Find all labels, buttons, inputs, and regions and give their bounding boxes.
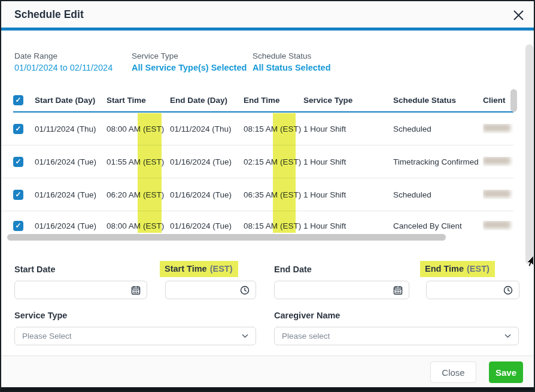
table-row: 01/16/2024 (Tue) 06:20 AM(EST) 01/16/202… (1, 178, 513, 211)
select-all-checkbox[interactable] (13, 95, 23, 105)
modal-header: Schedule Edit (1, 1, 534, 28)
row-checkbox[interactable] (13, 157, 23, 167)
filter-schedule-status: Schedule Status All Status Selected (253, 51, 331, 72)
calendar-icon (393, 285, 403, 295)
cell-client-redacted (483, 221, 513, 230)
column-header-client: Client (483, 96, 513, 105)
filter-service-type: Service Type All Service Type(s) Selecte… (132, 51, 247, 72)
cell-start-date: 01/16/2024 (Tue) (35, 157, 107, 166)
filter-schedule-status-value[interactable]: All Status Selected (253, 63, 331, 72)
header-accent-line (1, 28, 534, 31)
cell-end-date: 01/16/2024 (Tue) (170, 221, 244, 230)
row-checkbox[interactable] (13, 190, 23, 200)
clock-icon (240, 285, 250, 295)
filter-date-range-value[interactable]: 01/01/2024 to 02/11/2024 (14, 63, 113, 72)
cell-start-time: 08:00 AM(EST) (107, 124, 170, 133)
modal-bottom-bar (1, 387, 534, 391)
start-date-input-wrap (14, 281, 147, 299)
page-title: Schedule Edit (14, 8, 84, 21)
column-header-end-time: End Time (244, 96, 303, 105)
service-type-select[interactable]: Please Select (14, 327, 256, 345)
cell-end-time: 02:15 AM(EST) (244, 157, 303, 166)
table-vertical-scrollbar[interactable] (510, 89, 517, 112)
row-checkbox[interactable] (13, 221, 23, 231)
column-header-start-date: Start Date (Day) (35, 96, 107, 105)
start-date-input[interactable] (15, 281, 131, 299)
cell-start-time: 01:55 AM(EST) (107, 157, 170, 166)
chevron-down-icon (504, 334, 511, 338)
cell-schedule-status: Scheduled (393, 190, 483, 199)
cell-start-time: 06:20 AM(EST) (107, 190, 170, 199)
cell-start-date: 01/16/2024 (Tue) (35, 221, 107, 230)
end-date-input[interactable] (275, 281, 393, 299)
cell-service-type: 1 Hour Shift (303, 221, 393, 230)
modal-vertical-scrollbar[interactable] (525, 44, 533, 265)
cell-end-date: 01/11/2024 (Thu) (170, 124, 244, 133)
cell-end-time: 06:35 AM(EST) (244, 190, 303, 199)
cell-client-redacted (483, 190, 513, 199)
start-time-input-wrap (165, 281, 256, 299)
service-type-label: Service Type (14, 311, 67, 320)
save-button[interactable]: Save (489, 361, 523, 383)
cell-end-date: 01/16/2024 (Tue) (170, 157, 244, 166)
cell-schedule-status: Scheduled (393, 124, 483, 133)
schedule-table: 01/11/2024 (Thu) 08:00 AM(EST) 01/11/202… (1, 113, 513, 240)
close-button[interactable]: Close (430, 361, 476, 383)
column-header-start-time: Start Time (107, 96, 170, 105)
calendar-icon (131, 285, 141, 295)
cell-start-date: 01/16/2024 (Tue) (35, 190, 107, 199)
end-time-input-wrap (426, 281, 519, 299)
modal-footer: Close Save (1, 355, 534, 390)
cell-service-type: 1 Hour Shift (303, 190, 393, 199)
filter-date-range-label: Date Range (14, 51, 113, 60)
end-time-est-suffix: (EST) (467, 264, 490, 274)
cell-end-time: 08:15 AM(EST) (244, 221, 303, 230)
cell-service-type: 1 Hour Shift (303, 124, 393, 133)
redacted-client-name (483, 221, 510, 229)
redacted-client-name (483, 124, 510, 132)
start-date-label: Start Date (14, 265, 56, 274)
clock-icon (503, 285, 513, 295)
redacted-client-name (483, 190, 510, 197)
cell-start-time: 08:00 AM(EST) (107, 221, 170, 230)
cell-schedule-status: Canceled By Client (393, 221, 483, 230)
schedule-edit-modal: Schedule Edit Date Range 01/01/2024 to 0… (0, 0, 535, 392)
table-header-row: Start Date (Day) Start Time End Date (Da… (1, 89, 513, 111)
caregiver-name-select[interactable]: Please select (274, 327, 519, 345)
caregiver-name-label: Caregiver Name (274, 311, 340, 320)
start-time-label: Start Time(EST) (160, 261, 238, 277)
redacted-client-name (483, 157, 510, 165)
filter-service-type-value[interactable]: All Service Type(s) Selected (132, 63, 247, 72)
cell-end-date: 01/16/2024 (Tue) (170, 190, 244, 199)
cell-client-redacted (483, 157, 513, 166)
cell-client-redacted (483, 124, 513, 133)
filter-service-type-label: Service Type (132, 51, 247, 60)
cell-end-time: 08:15 AM(EST) (244, 124, 303, 133)
column-header-schedule-status: Schedule Status (393, 96, 483, 105)
close-icon[interactable] (511, 8, 525, 22)
table-row: 01/16/2024 (Tue) 01:55 AM(EST) 01/16/202… (1, 145, 513, 178)
end-date-label: End Date (274, 265, 312, 274)
end-date-input-wrap (274, 281, 409, 299)
start-time-est-suffix: (EST) (210, 264, 233, 274)
row-checkbox[interactable] (13, 124, 23, 134)
filter-date-range: Date Range 01/01/2024 to 02/11/2024 (14, 51, 113, 72)
column-header-service-type: Service Type (303, 96, 393, 105)
filter-schedule-status-label: Schedule Status (253, 51, 331, 60)
chevron-down-icon (242, 334, 248, 338)
table-horizontal-scrollbar[interactable] (7, 234, 446, 241)
start-time-input[interactable] (166, 281, 240, 299)
cell-service-type: 1 Hour Shift (303, 157, 393, 166)
cell-schedule-status: Timetracking Confirmed (393, 157, 483, 166)
end-time-input[interactable] (427, 281, 503, 299)
table-row: 01/11/2024 (Thu) 08:00 AM(EST) 01/11/202… (1, 113, 513, 145)
cell-start-date: 01/11/2024 (Thu) (35, 124, 107, 133)
column-header-end-date: End Date (Day) (170, 96, 244, 105)
end-time-label: End Time(EST) (420, 261, 495, 277)
